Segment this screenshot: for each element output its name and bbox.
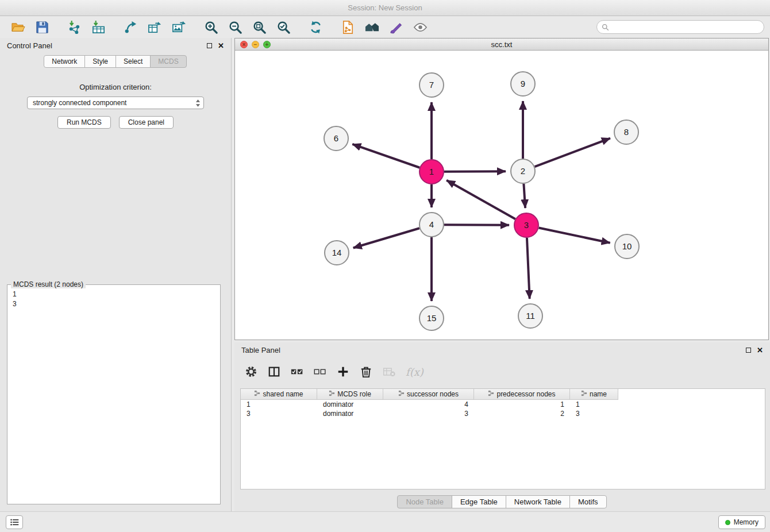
zoom-window-button[interactable]: + xyxy=(263,41,271,48)
column-header-label: successor nodes xyxy=(407,390,459,398)
table-row[interactable]: 1dominator411 xyxy=(241,400,765,409)
table-body: 1dominator4113dominator323 xyxy=(241,400,765,418)
add-column-icon[interactable] xyxy=(337,364,349,379)
edge-1-2[interactable] xyxy=(444,171,506,172)
edge-2-3[interactable] xyxy=(523,184,525,208)
gear-icon[interactable] xyxy=(245,364,257,379)
node-11[interactable]: 11 xyxy=(518,304,542,328)
import-table-icon[interactable] xyxy=(89,18,107,36)
float-panel-icon[interactable] xyxy=(207,43,212,48)
close-panel-icon[interactable]: ✕ xyxy=(218,42,224,49)
column-header-shared-name[interactable]: shared name xyxy=(241,389,317,400)
node-1[interactable]: 1 xyxy=(419,160,444,184)
node-label: 10 xyxy=(622,241,632,251)
mcds-result-line: 1 xyxy=(13,290,220,299)
task-history-button[interactable] xyxy=(6,515,23,529)
edge-4-14[interactable] xyxy=(353,228,419,248)
close-table-panel-icon[interactable]: ✕ xyxy=(757,346,763,354)
zoom-out-icon[interactable] xyxy=(226,18,244,36)
refresh-icon[interactable] xyxy=(306,18,325,36)
style-brush-icon[interactable] xyxy=(387,18,405,36)
memory-button[interactable]: Memory xyxy=(718,515,765,529)
select-all-icon[interactable] xyxy=(291,364,303,379)
zoom-in-icon[interactable] xyxy=(202,18,220,36)
node-7[interactable]: 7 xyxy=(419,73,444,97)
column-header-successor-nodes[interactable]: successor nodes xyxy=(383,389,474,400)
table-panel-header: Table Panel ✕ xyxy=(234,342,770,357)
table-cell: 1 xyxy=(570,400,618,408)
column-header-predecessor-nodes[interactable]: predecessor nodes xyxy=(474,389,570,400)
tab-style[interactable]: Style xyxy=(84,55,116,68)
column-header-mcds-role[interactable]: MCDS role xyxy=(317,389,383,400)
node-label: 15 xyxy=(427,313,437,323)
tab-network-table[interactable]: Network Table xyxy=(506,495,570,508)
node-label: 3 xyxy=(524,220,529,230)
export-image-icon[interactable] xyxy=(170,18,188,36)
minimize-window-button[interactable]: − xyxy=(252,41,259,48)
save-session-icon[interactable] xyxy=(33,18,51,36)
tab-node-table[interactable]: Node Table xyxy=(397,495,452,508)
import-network-icon[interactable] xyxy=(65,18,83,36)
network-document-icon[interactable] xyxy=(338,18,357,36)
tab-select[interactable]: Select xyxy=(116,55,151,68)
column-header-name[interactable]: name xyxy=(570,389,618,400)
node-15[interactable]: 15 xyxy=(419,306,444,330)
table-row[interactable]: 3dominator323 xyxy=(241,409,765,418)
open-folder-icon[interactable] xyxy=(9,18,27,36)
control-panel-title: Control Panel xyxy=(7,41,52,50)
column-tree-icon xyxy=(398,390,405,398)
column-header-label: MCDS role xyxy=(337,390,371,398)
node-14[interactable]: 14 xyxy=(325,241,349,265)
delete-column-icon[interactable] xyxy=(360,364,372,379)
columns-icon[interactable] xyxy=(268,364,280,379)
memory-status-icon xyxy=(725,520,730,525)
column-tree-icon xyxy=(488,390,494,398)
network-canvas[interactable]: 7968124314101511 xyxy=(235,51,768,340)
tab-network[interactable]: Network xyxy=(44,55,85,68)
control-panel-tabs: NetworkStyleSelectMCDS xyxy=(0,55,231,68)
search-box[interactable] xyxy=(596,20,764,34)
close-panel-button[interactable]: Close panel xyxy=(119,116,174,129)
function-builder-icon[interactable]: f(x) xyxy=(406,364,424,379)
zoom-fit-icon[interactable] xyxy=(250,18,268,36)
tab-edge-table[interactable]: Edge Table xyxy=(452,495,506,508)
show-hide-icon[interactable] xyxy=(411,18,429,36)
status-bar: Memory xyxy=(0,511,770,532)
search-icon xyxy=(602,24,609,31)
edge-1-6[interactable] xyxy=(352,144,419,168)
table-toolbar: f(x) xyxy=(245,362,770,381)
node-10[interactable]: 10 xyxy=(615,234,639,259)
export-table-icon[interactable] xyxy=(145,18,164,36)
node-3[interactable]: 3 xyxy=(514,213,538,237)
export-network-icon[interactable] xyxy=(121,18,140,36)
node-6[interactable]: 6 xyxy=(324,126,348,151)
zoom-selected-icon[interactable] xyxy=(274,18,292,36)
home-icon[interactable] xyxy=(363,18,381,36)
table-panel: Table Panel ✕ f(x) shared nameMCDS roles… xyxy=(234,342,770,511)
table-cell: 3 xyxy=(383,410,474,418)
tab-motifs[interactable]: Motifs xyxy=(569,495,607,508)
node-8[interactable]: 8 xyxy=(614,120,638,144)
edge-3-11[interactable] xyxy=(527,238,530,299)
memory-button-label: Memory xyxy=(734,518,759,526)
search-input[interactable] xyxy=(612,23,759,31)
run-mcds-button[interactable]: Run MCDS xyxy=(57,116,111,129)
node-4[interactable]: 4 xyxy=(419,213,444,237)
node-9[interactable]: 9 xyxy=(511,72,535,96)
optimization-criterion-value: strongly connected component xyxy=(33,99,126,107)
edge-3-1[interactable] xyxy=(446,180,515,219)
optimization-criterion-select[interactable]: strongly connected component xyxy=(27,97,204,109)
close-window-button[interactable]: × xyxy=(240,41,248,48)
node-label: 4 xyxy=(429,219,434,229)
tab-mcds[interactable]: MCDS xyxy=(150,55,186,68)
edge-3-10[interactable] xyxy=(539,228,610,243)
unselect-all-icon[interactable] xyxy=(314,364,326,379)
edge-2-8[interactable] xyxy=(535,138,610,167)
node-label: 8 xyxy=(624,127,629,137)
node-2[interactable]: 2 xyxy=(511,159,535,183)
float-table-panel-icon[interactable] xyxy=(746,348,751,353)
delete-table-icon[interactable] xyxy=(383,364,395,379)
table-panel-title: Table Panel xyxy=(241,346,280,354)
edge-4-3[interactable] xyxy=(444,225,509,225)
node-label: 11 xyxy=(526,311,535,321)
